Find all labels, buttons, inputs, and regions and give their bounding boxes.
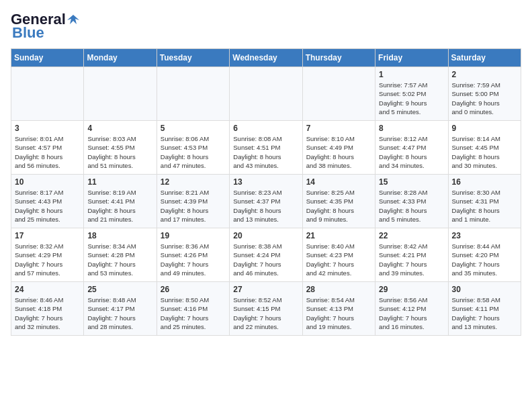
calendar-cell-3-3: 20Sunrise: 8:38 AM Sunset: 4:24 PM Dayli… [230,228,302,282]
calendar-cell-3-5: 22Sunrise: 8:42 AM Sunset: 4:21 PM Dayli… [375,228,448,282]
col-header-wednesday: Wednesday [230,49,302,67]
day-number: 25 [87,285,152,294]
calendar-cell-1-1: 4Sunrise: 8:03 AM Sunset: 4:55 PM Daylig… [84,121,157,175]
calendar-cell-2-5: 15Sunrise: 8:28 AM Sunset: 4:33 PM Dayli… [375,175,448,228]
calendar-cell-4-0: 24Sunrise: 8:46 AM Sunset: 4:18 PM Dayli… [11,282,84,336]
calendar-week-3: 17Sunrise: 8:32 AM Sunset: 4:29 PM Dayli… [11,228,521,282]
day-number: 20 [233,231,298,240]
day-number: 2 [452,70,517,79]
day-number: 8 [379,124,444,133]
day-number: 3 [15,124,80,133]
col-header-monday: Monday [84,49,157,67]
calendar-cell-1-3: 6Sunrise: 8:08 AM Sunset: 4:51 PM Daylig… [230,121,302,175]
calendar-cell-4-3: 27Sunrise: 8:52 AM Sunset: 4:15 PM Dayli… [230,282,302,336]
calendar-cell-3-1: 18Sunrise: 8:34 AM Sunset: 4:28 PM Dayli… [84,228,157,282]
day-detail: Sunrise: 8:17 AM Sunset: 4:43 PM Dayligh… [15,188,80,224]
day-detail: Sunrise: 8:40 AM Sunset: 4:23 PM Dayligh… [306,242,371,277]
day-detail: Sunrise: 8:14 AM Sunset: 4:45 PM Dayligh… [452,134,517,170]
col-header-sunday: Sunday [11,49,84,67]
calendar-cell-2-1: 11Sunrise: 8:19 AM Sunset: 4:41 PM Dayli… [84,175,157,228]
calendar-cell-3-6: 23Sunrise: 8:44 AM Sunset: 4:20 PM Dayli… [448,228,521,282]
day-detail: Sunrise: 8:58 AM Sunset: 4:11 PM Dayligh… [452,295,517,331]
day-number: 16 [452,177,517,187]
calendar-cell-0-3 [230,67,302,121]
calendar-cell-1-2: 5Sunrise: 8:06 AM Sunset: 4:53 PM Daylig… [157,121,229,175]
day-number: 10 [15,177,80,187]
day-number: 22 [379,231,444,240]
day-detail: Sunrise: 8:50 AM Sunset: 4:16 PM Dayligh… [161,295,226,331]
calendar-cell-2-2: 12Sunrise: 8:21 AM Sunset: 4:39 PM Dayli… [157,175,229,228]
calendar-week-4: 24Sunrise: 8:46 AM Sunset: 4:18 PM Dayli… [11,282,521,336]
calendar-cell-3-4: 21Sunrise: 8:40 AM Sunset: 4:23 PM Dayli… [302,228,375,282]
day-detail: Sunrise: 8:28 AM Sunset: 4:33 PM Dayligh… [379,188,444,224]
calendar-cell-2-3: 13Sunrise: 8:23 AM Sunset: 4:37 PM Dayli… [230,175,302,228]
day-detail: Sunrise: 8:52 AM Sunset: 4:15 PM Dayligh… [233,295,298,331]
calendar-cell-0-2 [157,67,229,121]
day-number: 23 [452,231,517,240]
day-number: 1 [379,70,444,79]
day-detail: Sunrise: 7:57 AM Sunset: 5:02 PM Dayligh… [379,81,444,116]
day-number: 4 [87,124,152,133]
col-header-tuesday: Tuesday [157,49,229,67]
day-detail: Sunrise: 8:48 AM Sunset: 4:17 PM Dayligh… [87,295,152,331]
day-detail: Sunrise: 8:56 AM Sunset: 4:12 PM Dayligh… [379,295,444,331]
calendar-table: SundayMondayTuesdayWednesdayThursdayFrid… [11,48,521,336]
calendar-cell-0-1 [84,67,157,121]
calendar-cell-3-0: 17Sunrise: 8:32 AM Sunset: 4:29 PM Dayli… [11,228,84,282]
logo: General Blue [11,11,79,42]
calendar-cell-1-5: 8Sunrise: 8:12 AM Sunset: 4:47 PM Daylig… [375,121,448,175]
day-number: 26 [161,285,226,294]
calendar-header-row: SundayMondayTuesdayWednesdayThursdayFrid… [11,49,521,67]
calendar-cell-1-4: 7Sunrise: 8:10 AM Sunset: 4:49 PM Daylig… [302,121,375,175]
day-number: 11 [87,177,152,187]
day-detail: Sunrise: 8:03 AM Sunset: 4:55 PM Dayligh… [87,134,152,170]
day-number: 27 [233,285,298,294]
calendar-week-1: 3Sunrise: 8:01 AM Sunset: 4:57 PM Daylig… [11,121,521,175]
calendar-cell-0-0 [11,67,84,121]
day-detail: Sunrise: 8:30 AM Sunset: 4:31 PM Dayligh… [452,188,517,224]
page-header: General Blue [11,11,521,42]
calendar-cell-4-6: 30Sunrise: 8:58 AM Sunset: 4:11 PM Dayli… [448,282,521,336]
calendar-cell-4-2: 26Sunrise: 8:50 AM Sunset: 4:16 PM Dayli… [157,282,229,336]
calendar-cell-4-5: 29Sunrise: 8:56 AM Sunset: 4:12 PM Dayli… [375,282,448,336]
col-header-saturday: Saturday [448,49,521,67]
calendar-cell-2-0: 10Sunrise: 8:17 AM Sunset: 4:43 PM Dayli… [11,175,84,228]
day-detail: Sunrise: 8:32 AM Sunset: 4:29 PM Dayligh… [15,242,80,277]
day-detail: Sunrise: 8:01 AM Sunset: 4:57 PM Dayligh… [15,134,80,170]
day-number: 9 [452,124,517,133]
day-detail: Sunrise: 8:36 AM Sunset: 4:26 PM Dayligh… [161,242,226,277]
day-number: 13 [233,177,298,187]
calendar-cell-0-6: 2Sunrise: 7:59 AM Sunset: 5:00 PM Daylig… [448,67,521,121]
day-detail: Sunrise: 8:54 AM Sunset: 4:13 PM Dayligh… [306,295,371,331]
col-header-thursday: Thursday [302,49,375,67]
day-number: 24 [15,285,80,294]
calendar-cell-4-4: 28Sunrise: 8:54 AM Sunset: 4:13 PM Dayli… [302,282,375,336]
day-number: 15 [379,177,444,187]
day-detail: Sunrise: 8:21 AM Sunset: 4:39 PM Dayligh… [161,188,226,224]
day-detail: Sunrise: 8:06 AM Sunset: 4:53 PM Dayligh… [161,134,226,170]
day-detail: Sunrise: 8:44 AM Sunset: 4:20 PM Dayligh… [452,242,517,277]
svg-marker-0 [67,15,79,24]
day-detail: Sunrise: 8:25 AM Sunset: 4:35 PM Dayligh… [306,188,371,224]
day-number: 7 [306,124,371,133]
day-number: 29 [379,285,444,294]
day-number: 14 [306,177,371,187]
logo-bird-icon [67,13,79,26]
day-number: 5 [161,124,226,133]
calendar-cell-3-2: 19Sunrise: 8:36 AM Sunset: 4:26 PM Dayli… [157,228,229,282]
day-detail: Sunrise: 8:19 AM Sunset: 4:41 PM Dayligh… [87,188,152,224]
day-number: 6 [233,124,298,133]
day-number: 19 [161,231,226,240]
calendar-cell-1-0: 3Sunrise: 8:01 AM Sunset: 4:57 PM Daylig… [11,121,84,175]
day-number: 30 [452,285,517,294]
day-number: 17 [15,231,80,240]
day-detail: Sunrise: 8:10 AM Sunset: 4:49 PM Dayligh… [306,134,371,170]
day-detail: Sunrise: 8:23 AM Sunset: 4:37 PM Dayligh… [233,188,298,224]
calendar-week-2: 10Sunrise: 8:17 AM Sunset: 4:43 PM Dayli… [11,175,521,228]
day-detail: Sunrise: 8:08 AM Sunset: 4:51 PM Dayligh… [233,134,298,170]
calendar-cell-4-1: 25Sunrise: 8:48 AM Sunset: 4:17 PM Dayli… [84,282,157,336]
day-detail: Sunrise: 8:12 AM Sunset: 4:47 PM Dayligh… [379,134,444,170]
day-detail: Sunrise: 8:46 AM Sunset: 4:18 PM Dayligh… [15,295,80,331]
day-number: 21 [306,231,371,240]
col-header-friday: Friday [375,49,448,67]
